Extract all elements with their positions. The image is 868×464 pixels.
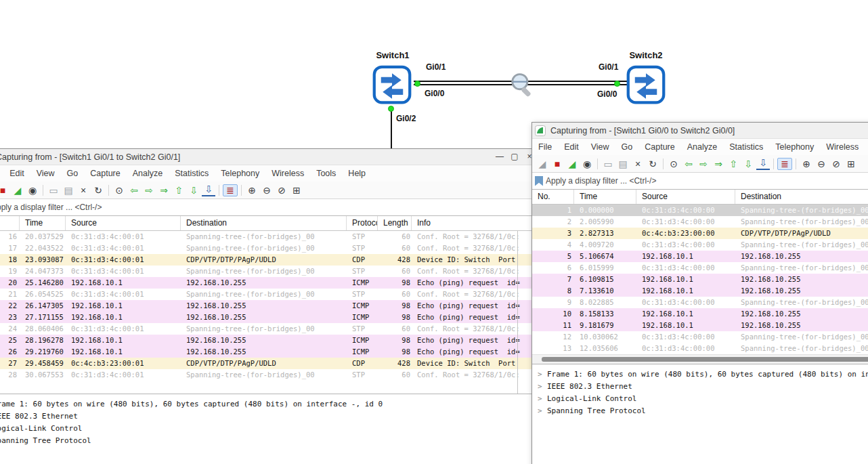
menu-item[interactable]: Wireless — [265, 169, 310, 178]
save-file-icon[interactable]: ▤ — [62, 184, 75, 196]
toolbar-separator[interactable] — [663, 159, 664, 169]
menu-item[interactable]: View — [585, 142, 615, 152]
packet-row[interactable]: 16 20.037529 0c:31:d3:4c:00:01 Spanning-… — [0, 231, 540, 242]
toolbar-separator[interactable] — [43, 185, 43, 196]
column-header[interactable]: Time — [20, 216, 66, 230]
start-capture-icon[interactable]: ◢ — [536, 158, 549, 170]
horizontal-scrollbar[interactable] — [532, 354, 868, 364]
expander-icon[interactable]: > — [538, 381, 547, 393]
packet-row[interactable]: 7 6.109815 192.168.10.1 192.168.10.255 — [532, 274, 868, 285]
display-filter-input[interactable] — [0, 203, 540, 212]
packet-row[interactable]: 18 23.093087 0c:31:d3:4c:00:01 CDP/VTP/D… — [0, 254, 540, 266]
go-back-icon[interactable]: ⇦ — [127, 184, 141, 196]
switch1-node[interactable] — [372, 64, 412, 105]
menu-item[interactable]: Help — [342, 169, 372, 178]
packet-list-scrollbar[interactable] — [517, 231, 518, 394]
menu-item[interactable]: Edit — [558, 142, 585, 152]
colorize-icon[interactable]: ≣ — [223, 184, 238, 196]
close-file-icon[interactable]: × — [77, 184, 90, 196]
menu-item[interactable]: Analyze — [681, 142, 723, 152]
zoom-out-icon[interactable]: ⊖ — [815, 158, 828, 170]
switch2-node[interactable] — [626, 64, 666, 105]
menu-item[interactable]: Capture — [638, 142, 680, 152]
column-header[interactable]: Source — [636, 190, 735, 204]
toolbar-separator[interactable] — [241, 185, 242, 196]
capture-options-icon[interactable]: ◉ — [26, 184, 39, 196]
packet-row[interactable]: 26 29.219760 192.168.10.1 192.168.10.255… — [0, 346, 540, 358]
detail-line[interactable]: >Spanning Tree Protocol — [0, 435, 540, 447]
display-filter-input[interactable] — [546, 176, 868, 186]
go-forward-icon[interactable]: ⇨ — [142, 184, 156, 196]
packet-row[interactable]: 22 26.147305 192.168.10.1 192.168.10.255… — [0, 300, 540, 312]
column-header[interactable]: Time — [574, 190, 636, 204]
column-header[interactable]: Info — [412, 216, 540, 230]
packet-row[interactable]: 12 10.030062 0c:31:d3:4c:00:00 Spanning-… — [532, 331, 868, 343]
restart-capture-icon[interactable]: ◢ — [565, 158, 579, 170]
menu-item[interactable]: Go — [615, 142, 639, 152]
reload-icon[interactable]: ↻ — [646, 158, 659, 170]
menu-item[interactable]: Telephony — [215, 169, 265, 178]
packet-row[interactable]: 3 2.827313 0c:4c:b3:23:00:00 CDP/VTP/DTP… — [532, 228, 868, 239]
go-forward-icon[interactable]: ⇨ — [697, 158, 710, 170]
find-packet-icon[interactable]: ⊙ — [667, 158, 680, 170]
save-file-icon[interactable]: ▤ — [616, 158, 630, 170]
go-top-icon[interactable]: ⇧ — [172, 184, 186, 196]
detail-line[interactable]: >IEEE 802.3 Ethernet — [0, 410, 540, 423]
packet-row[interactable]: 27 29.458459 0c:4c:b3:23:00:01 CDP/VTP/D… — [0, 358, 540, 369]
expander-icon[interactable]: > — [538, 368, 547, 381]
packet-row[interactable]: 28 30.067553 0c:31:d3:4c:00:01 Spanning-… — [0, 369, 540, 381]
column-header[interactable]: Source — [66, 216, 181, 230]
menu-item[interactable]: Go — [61, 169, 85, 178]
menu-item[interactable]: Analyze — [127, 169, 169, 178]
zoom-original-icon[interactable]: ⊘ — [275, 184, 288, 196]
close-file-icon[interactable]: × — [631, 158, 645, 170]
resize-columns-icon[interactable]: ⊞ — [844, 158, 858, 170]
packet-row[interactable]: 1 0.000000 0c:31:d3:4c:00:00 Spanning-tr… — [532, 205, 868, 216]
zoom-original-icon[interactable]: ⊘ — [829, 158, 843, 170]
zoom-in-icon[interactable]: ⊕ — [245, 184, 259, 196]
packet-row[interactable]: 2 2.005990 0c:31:d3:4c:00:00 Spanning-tr… — [532, 216, 868, 228]
packet-row[interactable]: 21 26.054525 0c:31:d3:4c:00:01 Spanning-… — [0, 289, 540, 300]
colorize-icon[interactable]: ≣ — [777, 158, 792, 170]
toolbar-separator[interactable] — [108, 185, 109, 196]
column-no[interactable] — [0, 216, 20, 230]
menu-item[interactable]: Edit — [3, 169, 30, 178]
go-to-packet-icon[interactable]: ⇒ — [712, 158, 725, 170]
stop-capture-icon[interactable]: ■ — [550, 158, 564, 170]
go-back-icon[interactable]: ⇦ — [682, 158, 695, 170]
column-header[interactable]: Destination — [181, 216, 347, 230]
packet-row[interactable]: 9 8.022885 0c:31:d3:4c:00:00 Spanning-tr… — [532, 297, 868, 308]
titlebar[interactable]: Capturing from - [Switch1 Gi0/1 to Switc… — [0, 149, 540, 165]
detail-line[interactable]: >IEEE 802.3 Ethernet — [538, 381, 868, 393]
scrollbar-thumb[interactable] — [542, 357, 868, 362]
open-file-icon[interactable]: ▭ — [47, 184, 60, 196]
auto-scroll-icon[interactable]: ⇩ — [756, 158, 770, 170]
packet-row[interactable]: 17 22.043522 0c:31:d3:4c:00:01 Spanning-… — [0, 242, 540, 254]
detail-line[interactable]: >Spanning Tree Protocol — [538, 405, 868, 417]
menu-item[interactable]: Tools — [865, 142, 868, 152]
packet-row[interactable]: 25 28.196278 192.168.10.1 192.168.10.255… — [0, 335, 540, 346]
packet-row[interactable]: 5 5.106674 192.168.10.1 192.168.10.255 — [532, 251, 868, 262]
minimize-button[interactable]: — — [492, 150, 507, 163]
packet-row[interactable]: 8 7.133610 192.168.10.1 192.168.10.255 — [532, 285, 868, 297]
menu-item[interactable]: View — [30, 169, 61, 178]
detail-line[interactable]: >Frame 1: 60 bytes on wire (480 bits), 6… — [0, 398, 540, 410]
go-to-packet-icon[interactable]: ⇒ — [157, 184, 171, 196]
menu-item[interactable]: Statistics — [169, 169, 215, 178]
detail-line[interactable]: >Frame 1: 60 bytes on wire (480 bits), 6… — [538, 368, 868, 381]
packet-row[interactable]: 11 9.181679 192.168.10.1 192.168.10.255 — [532, 320, 868, 331]
column-header[interactable]: Length — [378, 216, 412, 230]
menu-item[interactable]: File — [532, 142, 558, 152]
column-header[interactable]: Protocol — [347, 216, 378, 230]
stop-capture-icon[interactable]: ■ — [0, 184, 9, 196]
expander-icon[interactable]: > — [538, 393, 547, 405]
column-header[interactable]: Destination — [735, 190, 868, 204]
open-file-icon[interactable]: ▭ — [601, 158, 615, 170]
packet-row[interactable]: 6 6.015999 0c:31:d3:4c:00:00 Spanning-tr… — [532, 262, 868, 274]
toolbar-separator[interactable] — [597, 159, 598, 169]
reload-icon[interactable]: ↻ — [91, 184, 105, 196]
menu-item[interactable]: Capture — [84, 169, 126, 178]
menu-item[interactable]: Statistics — [723, 142, 769, 152]
column-header[interactable]: No. — [532, 190, 574, 204]
toolbar-separator[interactable] — [773, 159, 774, 169]
